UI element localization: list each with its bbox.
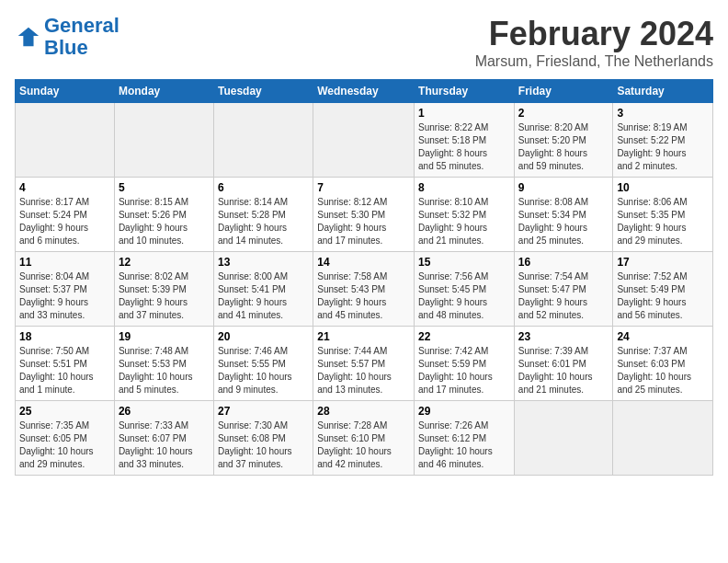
calendar-cell [313, 103, 415, 178]
calendar-cell: 29Sunrise: 7:26 AM Sunset: 6:12 PM Dayli… [415, 401, 515, 476]
logo-icon [15, 24, 40, 50]
day-number: 24 [617, 330, 709, 343]
calendar-cell: 28Sunrise: 7:28 AM Sunset: 6:10 PM Dayli… [313, 401, 415, 476]
day-info: Sunrise: 8:19 AM Sunset: 5:22 PM Dayligh… [617, 121, 709, 173]
logo-line1: General [44, 14, 119, 37]
day-number: 28 [317, 405, 410, 418]
calendar-cell: 17Sunrise: 7:52 AM Sunset: 5:49 PM Dayli… [613, 252, 713, 327]
day-number: 6 [218, 181, 309, 194]
day-number: 10 [617, 181, 709, 194]
day-number: 9 [518, 181, 609, 194]
calendar-week-row: 18Sunrise: 7:50 AM Sunset: 5:51 PM Dayli… [16, 327, 713, 401]
day-number: 27 [218, 405, 309, 418]
day-info: Sunrise: 8:08 AM Sunset: 5:34 PM Dayligh… [518, 196, 609, 247]
day-info: Sunrise: 8:02 AM Sunset: 5:39 PM Dayligh… [119, 270, 210, 322]
day-of-week-header: Tuesday [213, 80, 313, 103]
calendar-cell: 14Sunrise: 7:58 AM Sunset: 5:43 PM Dayli… [313, 252, 415, 327]
day-info: Sunrise: 8:17 AM Sunset: 5:24 PM Dayligh… [19, 196, 110, 247]
day-number: 22 [418, 330, 510, 343]
day-number: 14 [317, 256, 410, 269]
day-number: 3 [617, 107, 709, 120]
svg-marker-0 [18, 28, 39, 47]
calendar-cell: 12Sunrise: 8:02 AM Sunset: 5:39 PM Dayli… [114, 252, 213, 327]
calendar-cell: 27Sunrise: 7:30 AM Sunset: 6:08 PM Dayli… [213, 401, 313, 476]
day-number: 26 [119, 405, 210, 418]
day-info: Sunrise: 8:04 AM Sunset: 5:37 PM Dayligh… [19, 270, 110, 322]
calendar-body: 1Sunrise: 8:22 AM Sunset: 5:18 PM Daylig… [16, 103, 713, 476]
calendar-cell: 19Sunrise: 7:48 AM Sunset: 5:53 PM Dayli… [114, 327, 213, 401]
calendar-week-row: 11Sunrise: 8:04 AM Sunset: 5:37 PM Dayli… [16, 252, 713, 327]
day-of-week-header: Thursday [415, 80, 515, 103]
calendar-week-row: 25Sunrise: 7:35 AM Sunset: 6:05 PM Dayli… [16, 401, 713, 476]
day-info: Sunrise: 8:15 AM Sunset: 5:26 PM Dayligh… [119, 196, 210, 247]
calendar-cell: 15Sunrise: 7:56 AM Sunset: 5:45 PM Dayli… [415, 252, 515, 327]
calendar-cell: 11Sunrise: 8:04 AM Sunset: 5:37 PM Dayli… [16, 252, 115, 327]
calendar-cell: 16Sunrise: 7:54 AM Sunset: 5:47 PM Dayli… [514, 252, 613, 327]
calendar-header-row: SundayMondayTuesdayWednesdayThursdayFrid… [16, 80, 713, 103]
day-info: Sunrise: 7:42 AM Sunset: 5:59 PM Dayligh… [418, 345, 510, 396]
calendar-cell: 21Sunrise: 7:44 AM Sunset: 5:57 PM Dayli… [313, 327, 415, 401]
day-number: 29 [418, 405, 510, 418]
day-number: 17 [617, 256, 709, 269]
title-block: February 2024 Marsum, Friesland, The Net… [475, 15, 713, 70]
logo-text: General Blue [44, 15, 119, 59]
day-info: Sunrise: 7:39 AM Sunset: 6:01 PM Dayligh… [518, 345, 609, 396]
day-info: Sunrise: 8:22 AM Sunset: 5:18 PM Dayligh… [418, 121, 510, 173]
day-number: 13 [218, 256, 309, 269]
day-info: Sunrise: 7:58 AM Sunset: 5:43 PM Dayligh… [317, 270, 410, 322]
day-of-week-header: Wednesday [313, 80, 415, 103]
day-info: Sunrise: 8:20 AM Sunset: 5:20 PM Dayligh… [518, 121, 609, 173]
day-info: Sunrise: 7:48 AM Sunset: 5:53 PM Dayligh… [119, 345, 210, 396]
day-info: Sunrise: 7:30 AM Sunset: 6:08 PM Dayligh… [218, 419, 309, 471]
day-info: Sunrise: 7:44 AM Sunset: 5:57 PM Dayligh… [317, 345, 410, 396]
day-info: Sunrise: 8:00 AM Sunset: 5:41 PM Dayligh… [218, 270, 309, 322]
day-info: Sunrise: 7:37 AM Sunset: 6:03 PM Dayligh… [617, 345, 709, 396]
calendar-cell: 23Sunrise: 7:39 AM Sunset: 6:01 PM Dayli… [514, 327, 613, 401]
calendar-cell: 7Sunrise: 8:12 AM Sunset: 5:30 PM Daylig… [313, 178, 415, 252]
calendar-cell: 13Sunrise: 8:00 AM Sunset: 5:41 PM Dayli… [213, 252, 313, 327]
day-number: 12 [119, 256, 210, 269]
calendar-cell: 9Sunrise: 8:08 AM Sunset: 5:34 PM Daylig… [514, 178, 613, 252]
calendar-cell [16, 103, 115, 178]
day-info: Sunrise: 7:50 AM Sunset: 5:51 PM Dayligh… [19, 345, 110, 396]
day-number: 15 [418, 256, 510, 269]
day-number: 25 [19, 405, 110, 418]
calendar-cell: 20Sunrise: 7:46 AM Sunset: 5:55 PM Dayli… [213, 327, 313, 401]
calendar-cell [114, 103, 213, 178]
day-number: 19 [119, 330, 210, 343]
day-of-week-header: Sunday [16, 80, 115, 103]
day-number: 11 [19, 256, 110, 269]
calendar-cell: 6Sunrise: 8:14 AM Sunset: 5:28 PM Daylig… [213, 178, 313, 252]
day-info: Sunrise: 8:12 AM Sunset: 5:30 PM Dayligh… [317, 196, 410, 247]
day-of-week-header: Friday [514, 80, 613, 103]
calendar-cell: 1Sunrise: 8:22 AM Sunset: 5:18 PM Daylig… [415, 103, 515, 178]
calendar-cell: 4Sunrise: 8:17 AM Sunset: 5:24 PM Daylig… [16, 178, 115, 252]
day-number: 4 [19, 181, 110, 194]
day-info: Sunrise: 8:14 AM Sunset: 5:28 PM Dayligh… [218, 196, 309, 247]
calendar-week-row: 4Sunrise: 8:17 AM Sunset: 5:24 PM Daylig… [16, 178, 713, 252]
calendar-cell: 26Sunrise: 7:33 AM Sunset: 6:07 PM Dayli… [114, 401, 213, 476]
calendar-cell: 3Sunrise: 8:19 AM Sunset: 5:22 PM Daylig… [613, 103, 713, 178]
calendar-cell: 10Sunrise: 8:06 AM Sunset: 5:35 PM Dayli… [613, 178, 713, 252]
day-info: Sunrise: 7:46 AM Sunset: 5:55 PM Dayligh… [218, 345, 309, 396]
calendar-cell: 5Sunrise: 8:15 AM Sunset: 5:26 PM Daylig… [114, 178, 213, 252]
day-number: 2 [518, 107, 609, 120]
calendar-cell [514, 401, 613, 476]
day-info: Sunrise: 8:10 AM Sunset: 5:32 PM Dayligh… [418, 196, 510, 247]
day-number: 8 [418, 181, 510, 194]
day-of-week-header: Monday [114, 80, 213, 103]
day-info: Sunrise: 7:52 AM Sunset: 5:49 PM Dayligh… [617, 270, 709, 322]
calendar-week-row: 1Sunrise: 8:22 AM Sunset: 5:18 PM Daylig… [16, 103, 713, 178]
day-number: 20 [218, 330, 309, 343]
calendar-cell: 25Sunrise: 7:35 AM Sunset: 6:05 PM Dayli… [16, 401, 115, 476]
calendar-cell [213, 103, 313, 178]
calendar-cell: 24Sunrise: 7:37 AM Sunset: 6:03 PM Dayli… [613, 327, 713, 401]
main-title: February 2024 [475, 15, 713, 53]
day-number: 7 [317, 181, 410, 194]
header: General Blue February 2024 Marsum, Fries… [15, 15, 713, 70]
logo-line2: Blue [44, 36, 88, 59]
calendar-cell: 8Sunrise: 8:10 AM Sunset: 5:32 PM Daylig… [415, 178, 515, 252]
day-info: Sunrise: 7:56 AM Sunset: 5:45 PM Dayligh… [418, 270, 510, 322]
day-info: Sunrise: 8:06 AM Sunset: 5:35 PM Dayligh… [617, 196, 709, 247]
day-info: Sunrise: 7:26 AM Sunset: 6:12 PM Dayligh… [418, 419, 510, 471]
